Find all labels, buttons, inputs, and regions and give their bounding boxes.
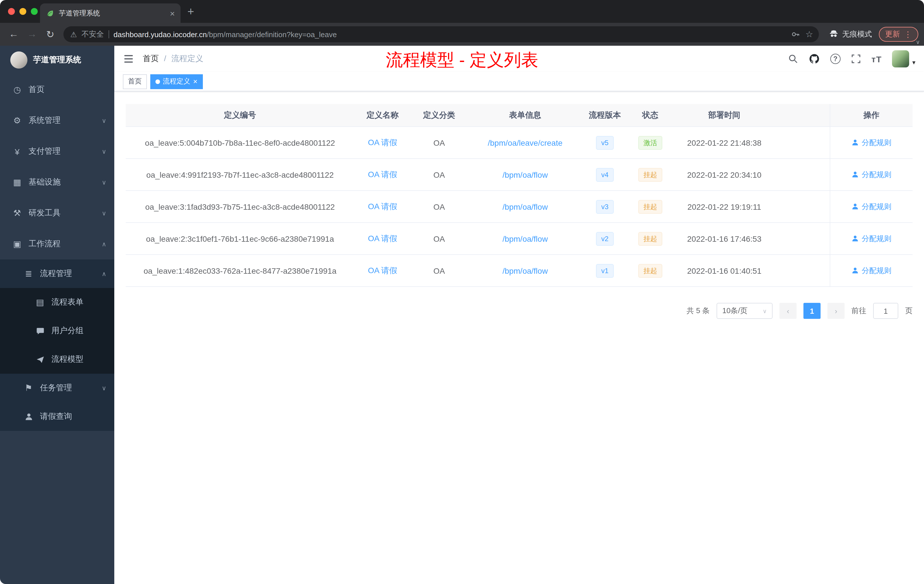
- reload-button[interactable]: ↻: [42, 26, 58, 42]
- logo-avatar: [10, 51, 27, 69]
- update-button[interactable]: 更新 ⋮: [879, 27, 918, 42]
- version-badge: v1: [596, 264, 614, 277]
- browser-toolbar: ← → ↻ ⚠ 不安全 dashboard.yudao.iocoder.cn/b…: [0, 23, 924, 46]
- goto-page-input[interactable]: [873, 303, 898, 319]
- tab-close-icon[interactable]: ×: [170, 8, 175, 18]
- sidebar-item-home[interactable]: ◷ 首页: [0, 74, 114, 105]
- sidebar-item-user-group[interactable]: 用户分组: [0, 317, 114, 345]
- cell-category: OA: [411, 138, 467, 147]
- url-text: dashboard.yudao.iocoder.cn/bpm/manager/d…: [114, 30, 337, 39]
- tag-close-icon[interactable]: ×: [193, 78, 198, 85]
- tab-favicon-icon: [46, 9, 54, 17]
- browser-tab[interactable]: 芋道管理系统 ×: [40, 3, 181, 23]
- tag-home[interactable]: 首页: [123, 74, 147, 89]
- font-size-icon[interactable]: тT: [871, 54, 882, 64]
- col-header-definition-id: 定义编号: [126, 110, 354, 120]
- table-row: oa_leave:3:1fad3d93-7b75-11ec-a3c8-acde4…: [126, 191, 912, 223]
- definition-name-link[interactable]: OA 请假: [368, 170, 398, 178]
- page-1-button[interactable]: 1: [804, 303, 820, 319]
- paper-plane-icon: [34, 355, 46, 364]
- chevron-down-icon: ∨: [102, 178, 106, 186]
- help-icon[interactable]: ?: [830, 54, 841, 64]
- bookmark-star-icon[interactable]: ☆: [805, 29, 813, 40]
- back-button[interactable]: ←: [6, 26, 22, 42]
- chevron-down-icon: ∨: [762, 308, 767, 314]
- sidebar-item-task-manage[interactable]: ⚑ 任务管理 ∨: [0, 374, 114, 402]
- page-size-select[interactable]: 10条/页 ∨: [716, 303, 772, 319]
- goto-unit: 页: [905, 306, 912, 316]
- definition-name-link[interactable]: OA 请假: [368, 137, 398, 147]
- tags-bar: 首页 流程定义 ×: [114, 72, 924, 91]
- form-link[interactable]: /bpm/oa/flow: [503, 170, 548, 179]
- assign-rule-link[interactable]: 分配规则: [851, 201, 891, 212]
- sidebar-item-devtools[interactable]: ⚒ 研发工具 ∨: [0, 198, 114, 229]
- status-badge: 挂起: [638, 200, 662, 213]
- definition-name-link[interactable]: OA 请假: [368, 201, 398, 211]
- key-icon[interactable]: [790, 30, 800, 39]
- chevron-up-icon: ∧: [102, 270, 106, 277]
- sidebar-item-process-form[interactable]: ▤ 流程表单: [0, 288, 114, 317]
- sidebar-item-system[interactable]: ⚙ 系统管理 ∨: [0, 105, 114, 136]
- user-avatar[interactable]: ▾: [892, 50, 916, 68]
- table-row: oa_leave:4:991f2193-7b7f-11ec-a3c8-acde4…: [126, 159, 912, 191]
- window-minimize-button[interactable]: [20, 8, 26, 15]
- form-icon: ▤: [34, 297, 46, 307]
- assign-rule-link[interactable]: 分配规则: [851, 233, 891, 244]
- cell-definition-id: oa_leave:4:991f2193-7b7f-11ec-a3c8-acde4…: [126, 170, 354, 179]
- form-link[interactable]: /bpm/oa/flow: [503, 234, 548, 243]
- version-badge: v3: [596, 200, 614, 213]
- assign-rule-link[interactable]: 分配规则: [851, 170, 891, 180]
- sidebar-item-infrastructure[interactable]: ▦ 基础设施 ∨: [0, 167, 114, 198]
- sidebar-item-leave-query[interactable]: 请假查询: [0, 402, 114, 431]
- new-tab-button[interactable]: +: [187, 5, 194, 18]
- version-badge: v5: [596, 136, 614, 149]
- chevron-up-icon: ∧: [102, 240, 106, 248]
- definition-name-link[interactable]: OA 请假: [368, 233, 398, 243]
- form-link[interactable]: /bpm/oa/leave/create: [488, 138, 563, 147]
- cell-definition-id: oa_leave:1:482ec033-762a-11ec-8477-a2380…: [126, 266, 354, 275]
- cell-category: OA: [411, 234, 467, 243]
- next-page-button[interactable]: ›: [827, 303, 845, 319]
- tag-process-definition[interactable]: 流程定义 ×: [150, 74, 203, 89]
- sidebar-item-workflow[interactable]: ▣ 工作流程 ∧: [0, 229, 114, 259]
- toolbar-chevron-icon[interactable]: ∨: [916, 39, 920, 45]
- search-icon[interactable]: [788, 54, 798, 64]
- prev-page-button[interactable]: ‹: [779, 303, 797, 319]
- app-logo[interactable]: 芋道管理系统: [0, 46, 114, 74]
- browser-tab-strip: 芋道管理系统 × +: [0, 0, 924, 23]
- menu-dots-icon[interactable]: ⋮: [904, 30, 912, 39]
- breadcrumb-home[interactable]: 首页: [143, 54, 159, 64]
- fullscreen-icon[interactable]: [851, 54, 861, 64]
- tools-icon: ⚒: [12, 208, 23, 218]
- form-link[interactable]: /bpm/oa/flow: [503, 266, 548, 275]
- status-badge: 激活: [638, 136, 662, 149]
- sidebar-item-process-manage[interactable]: ≣ 流程管理 ∧: [0, 259, 114, 288]
- sidebar: 芋道管理系统 ◷ 首页 ⚙ 系统管理 ∨ ¥ 支付管理 ∨ ▦ 基础设施 ∨: [0, 46, 114, 584]
- top-navbar: 首页 / 流程定义 ? тT: [114, 46, 924, 72]
- col-header-form-info: 表单信息: [467, 110, 583, 120]
- sidebar-item-process-model[interactable]: 流程模型: [0, 345, 114, 374]
- window-close-button[interactable]: [8, 8, 15, 15]
- sidebar-item-payment[interactable]: ¥ 支付管理 ∨: [0, 136, 114, 167]
- col-header-version: 流程版本: [583, 110, 627, 120]
- cell-definition-id: oa_leave:2:3c1f0ef1-76b1-11ec-9c66-a2380…: [126, 234, 354, 243]
- definition-name-link[interactable]: OA 请假: [368, 266, 398, 275]
- hamburger-icon[interactable]: [123, 53, 134, 64]
- forward-button[interactable]: →: [24, 26, 40, 42]
- github-icon[interactable]: [808, 53, 820, 64]
- address-bar[interactable]: ⚠ 不安全 dashboard.yudao.iocoder.cn/bpm/man…: [63, 26, 819, 42]
- goto-label: 前往: [851, 306, 866, 316]
- pagination: 共 5 条 10条/页 ∨ ‹ 1 › 前往 页: [126, 303, 912, 319]
- table-row: oa_leave:2:3c1f0ef1-76b1-11ec-9c66-a2380…: [126, 223, 912, 255]
- security-label[interactable]: 不安全: [81, 29, 104, 40]
- cell-deploy-time: 2022-01-22 19:19:11: [674, 202, 775, 211]
- assign-rule-link[interactable]: 分配规则: [851, 266, 891, 276]
- form-link[interactable]: /bpm/oa/flow: [503, 202, 548, 211]
- avatar-image: [892, 50, 909, 68]
- table-row: oa_leave:5:004b710b-7b8a-11ec-8ef0-acde4…: [126, 127, 912, 159]
- status-badge: 挂起: [638, 264, 662, 277]
- breadcrumb: 首页 / 流程定义: [143, 54, 203, 64]
- assign-rule-link[interactable]: 分配规则: [851, 137, 891, 148]
- col-header-category: 定义分类: [411, 110, 467, 120]
- window-zoom-button[interactable]: [31, 8, 38, 15]
